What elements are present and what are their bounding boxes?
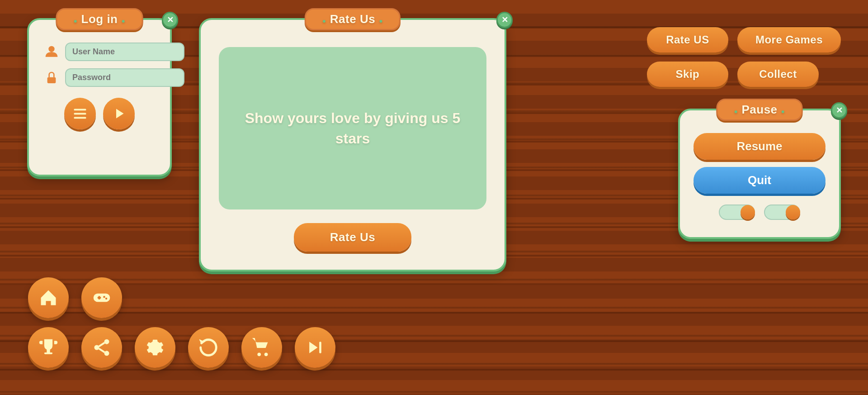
user-icon [42,43,61,61]
rateus-panel: Rate Us ✕ Show yours love by giving us 5… [199,18,506,271]
login-panel: Log in ✕ [27,18,172,176]
username-input[interactable] [65,43,184,61]
button-row-2: Skip Collect [647,62,841,87]
pause-panel-title: Pause [716,99,802,121]
gamepad-button[interactable] [81,277,122,318]
password-row [42,68,156,87]
svg-point-9 [105,298,107,300]
cart-button[interactable] [241,327,282,368]
skip-button[interactable]: Skip [647,62,728,87]
login-close-button[interactable]: ✕ [162,12,178,28]
more-games-button[interactable]: More Games [737,27,841,52]
svg-rect-2 [74,109,86,111]
toggle-2[interactable]: On [764,205,800,220]
svg-rect-3 [74,113,86,115]
svg-rect-10 [47,349,50,352]
toggle-2-wrap: On [764,205,800,220]
rateus-message-text: Show yours love by giving us 5 stars [232,108,473,149]
username-row [42,43,156,61]
rateus-button[interactable]: Rate Us [294,223,411,252]
toggle-1[interactable]: On [719,205,755,220]
svg-point-18 [264,353,268,357]
toggle-1-wrap: On [719,205,755,220]
svg-rect-4 [74,117,86,119]
login-buttons-row [64,98,135,129]
quit-button[interactable]: Quit [693,167,826,194]
svg-point-0 [48,46,54,52]
svg-rect-1 [47,77,56,83]
password-input[interactable] [65,68,184,87]
next-button[interactable] [295,327,335,368]
toggle-1-thumb [741,205,755,219]
collect-button[interactable]: Collect [737,62,819,87]
resume-button[interactable]: Resume [693,133,826,160]
svg-rect-5 [94,294,110,302]
svg-point-8 [103,296,105,298]
trophy-button[interactable] [28,327,69,368]
lock-icon [42,69,61,87]
toggle-row: On On [693,201,826,224]
svg-rect-11 [44,352,52,354]
login-panel-title: Log in [56,8,143,30]
rateus-message-box: Show yours love by giving us 5 stars [219,47,486,209]
pause-close-button[interactable]: ✕ [831,102,847,119]
rate-us-top-button[interactable]: Rate US [647,27,728,52]
settings-button[interactable] [135,327,175,368]
svg-line-16 [99,348,104,352]
rateus-panel-title: Rate Us [305,8,401,30]
refresh-button[interactable] [188,327,229,368]
play-button[interactable] [103,98,135,129]
button-row-1: Rate US More Games [647,27,841,52]
svg-line-15 [99,343,104,347]
pause-panel: Pause ✕ Resume Quit On On [678,109,841,239]
menu-button[interactable] [64,98,96,129]
svg-point-17 [257,353,261,357]
rateus-close-button[interactable]: ✕ [496,12,513,28]
home-button[interactable] [28,277,69,318]
share-button[interactable] [81,327,122,368]
top-right-section: Rate US More Games Skip Collect [647,27,841,87]
svg-rect-19 [319,342,321,353]
toggle-2-thumb [786,205,800,219]
